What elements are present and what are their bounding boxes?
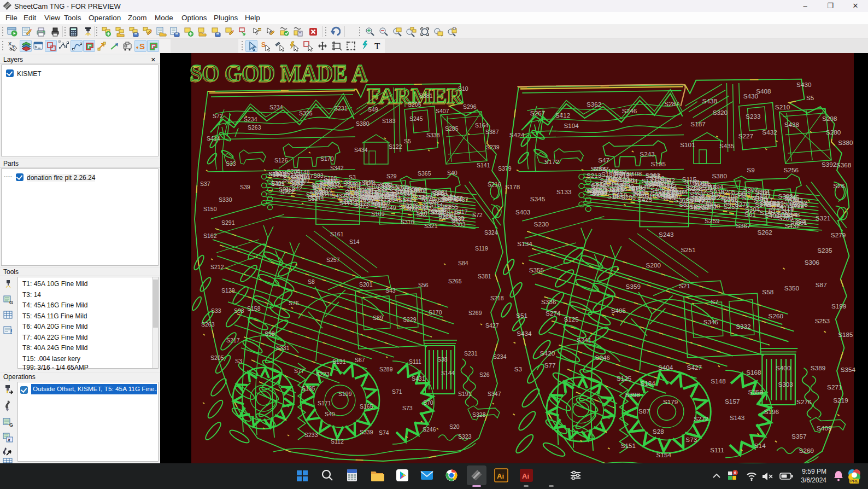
svg-text:S328: S328 [472,411,486,418]
svg-text:S345: S345 [530,196,545,203]
svg-text:S403: S403 [515,209,530,216]
svg-text:S306: S306 [805,259,819,266]
svg-text:S39: S39 [240,184,250,190]
svg-text:S98: S98 [265,330,275,337]
svg-text:S245: S245 [784,194,799,201]
svg-text:S151: S151 [621,443,636,449]
svg-text:S171: S171 [443,194,456,201]
svg-text:S253: S253 [724,203,738,210]
svg-text:S164: S164 [475,122,489,129]
svg-text:S291: S291 [221,219,235,226]
svg-text:S28: S28 [653,428,664,435]
svg-text:S330: S330 [219,196,232,203]
svg-text:S293: S293 [690,197,705,203]
svg-text:S332: S332 [736,324,750,330]
svg-text:S380: S380 [712,173,727,180]
svg-text:S235: S235 [817,247,832,254]
svg-text:S355: S355 [529,267,544,274]
svg-text:S: S [261,41,266,49]
svg-text:S5: S5 [404,138,411,144]
svg-text:S26: S26 [833,183,844,189]
svg-text:S434: S434 [517,330,531,337]
svg-text:S279: S279 [831,232,846,239]
svg-text:S84: S84 [458,260,468,266]
svg-text:S194: S194 [297,174,310,181]
svg-text:S187: S187 [690,121,705,127]
svg-text:S296: S296 [463,103,477,110]
svg-text:S425: S425 [637,197,652,203]
svg-text:S357: S357 [791,433,806,440]
svg-text:S404: S404 [658,364,673,371]
svg-text:S287: S287 [664,101,679,107]
svg-text:S217: S217 [226,337,240,344]
svg-text:S179: S179 [663,399,678,405]
svg-text:S30: S30 [587,188,598,194]
svg-text:S77: S77 [294,368,304,374]
svg-text:S263: S263 [201,321,215,328]
svg-text:S354: S354 [841,366,855,373]
svg-text:S40: S40 [447,170,458,176]
svg-text:S263: S263 [248,124,261,131]
svg-text:S430: S430 [796,82,811,89]
svg-text:S289: S289 [379,366,393,372]
svg-text:S233: S233 [304,432,318,438]
svg-text:S212: S212 [210,264,224,270]
svg-text:S5: S5 [806,95,814,102]
svg-text:S438: S438 [784,121,799,128]
svg-text:S367: S367 [736,223,750,229]
svg-text:S392: S392 [822,162,836,168]
svg-text:S230: S230 [534,222,549,228]
svg-text:S431: S431 [412,375,425,382]
svg-text:S154: S154 [656,452,671,458]
svg-text:S3: S3 [235,358,242,364]
svg-text:S37: S37 [200,181,210,187]
svg-text:S381: S381 [478,273,491,280]
svg-text:S3: S3 [514,366,522,372]
svg-text:S87: S87 [816,282,827,288]
svg-text:S377: S377 [594,166,608,172]
svg-text:S362: S362 [587,101,601,108]
svg-text:S111: S111 [409,358,421,365]
svg-text:S246: S246 [423,426,436,433]
svg-text:S327: S327 [373,195,387,202]
svg-text:S347: S347 [488,391,501,397]
svg-text:S432: S432 [762,130,777,136]
svg-text:S38: S38 [437,356,448,363]
svg-text:S103: S103 [361,195,375,201]
svg-text:S21: S21 [679,283,690,289]
svg-text:S267: S267 [530,110,545,117]
svg-text:S112: S112 [331,438,344,445]
svg-text:S201: S201 [359,281,373,288]
svg-text:S109: S109 [371,211,385,217]
svg-text:S272: S272 [694,416,708,423]
svg-text:S380: S380 [838,140,853,147]
svg-text:S111: S111 [710,447,724,453]
svg-text:S131: S131 [332,358,346,365]
svg-text:S67: S67 [355,357,365,363]
svg-text:S256: S256 [784,167,799,173]
svg-text:S210: S210 [775,104,790,111]
svg-text:S324: S324 [484,229,498,236]
svg-text:S34: S34 [432,190,443,197]
svg-text:S76: S76 [289,300,299,306]
svg-text:S184: S184 [640,381,655,387]
svg-text:S280: S280 [826,130,841,136]
svg-text:S232: S232 [431,209,444,216]
svg-text:S82: S82 [429,197,439,204]
svg-text:S49: S49 [368,106,378,113]
svg-text:6: 6 [734,471,736,475]
svg-text:S380: S380 [356,120,370,127]
svg-text:S150: S150 [203,206,217,212]
svg-text:S20: S20 [449,423,460,430]
svg-text:S438: S438 [702,98,717,104]
svg-text:S257: S257 [326,257,340,263]
svg-text:S323: S323 [458,433,472,440]
svg-text:S412: S412 [555,112,570,119]
svg-text:S191: S191 [458,391,472,397]
svg-text:S51: S51 [516,313,527,319]
svg-text:S253: S253 [815,318,830,324]
svg-text:S243: S243 [640,152,654,158]
svg-text:S205: S205 [408,101,421,108]
svg-text:S310: S310 [401,219,414,225]
svg-text:S56: S56 [418,282,429,288]
